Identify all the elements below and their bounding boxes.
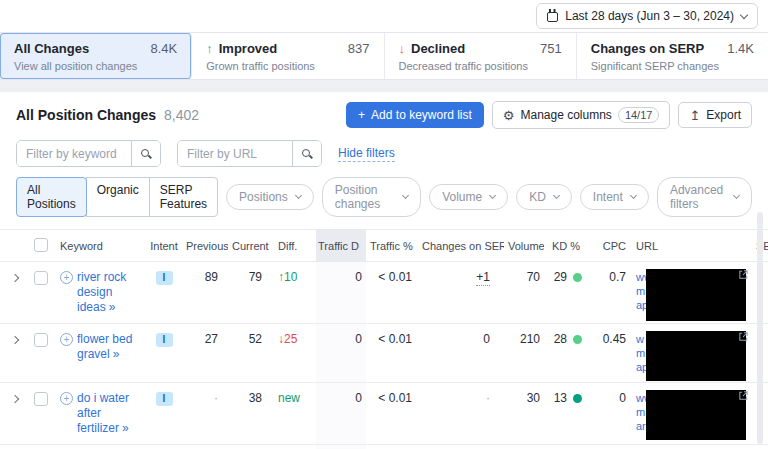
tab-all-changes[interactable]: All Changes 8.4K View all position chang… <box>0 33 192 79</box>
table-row: +flower bed gravel» I 27 52 ↓25 0 < 0.01… <box>0 324 768 383</box>
export-icon: ↥ <box>689 109 700 122</box>
volume-cell: 210 <box>504 324 544 383</box>
traffic-diff-cell: 0 <box>316 324 366 383</box>
tab-declined[interactable]: ↓ Declined 751 Decreased traffic positio… <box>385 33 577 79</box>
external-link-icon[interactable] <box>738 269 749 283</box>
keyword-filter-input[interactable] <box>17 141 131 166</box>
previous-cell: 27 <box>182 324 228 383</box>
tab-title: Changes on SERP <box>591 41 704 56</box>
add-keyword-icon[interactable]: + <box>60 333 73 346</box>
add-keyword-icon[interactable]: + <box>60 392 73 405</box>
header-keyword[interactable]: Keyword <box>56 230 146 262</box>
volume-dropdown[interactable]: Volume <box>429 184 508 210</box>
table-header-row: Keyword Intent Previous Current Diff. Tr… <box>0 230 768 262</box>
table-row: +do i water after fertilizer» I · 38 new… <box>0 383 768 445</box>
manage-columns-button[interactable]: ⚙ Manage columns 14/17 <box>492 101 671 129</box>
segment-serp-features[interactable]: SERP Features <box>149 177 218 217</box>
page-title: All Position Changes <box>16 107 156 123</box>
tab-subtitle: Grown traffic positions <box>206 60 369 72</box>
header-intent[interactable]: Intent <box>146 230 182 262</box>
section-divider <box>0 80 768 92</box>
segment-organic[interactable]: Organic <box>86 177 150 217</box>
row-checkbox[interactable] <box>34 271 48 285</box>
redaction-box <box>646 390 746 440</box>
cpc-cell: 0 <box>588 383 630 445</box>
row-checkbox[interactable] <box>34 392 48 406</box>
expand-row-icon[interactable] <box>11 274 19 282</box>
traffic-pct-cell: < 0.01 <box>366 324 416 383</box>
volume-cell: 30 <box>504 383 544 445</box>
keyword-search-button[interactable] <box>131 141 160 166</box>
arrow-down-icon: ↓ <box>399 41 406 56</box>
header-previous[interactable]: Previous <box>182 230 228 262</box>
chevron-down-icon <box>489 192 496 199</box>
kd-dot <box>573 394 582 403</box>
header-current[interactable]: Current <box>228 230 272 262</box>
positions-table: Keyword Intent Previous Current Diff. Tr… <box>0 229 768 449</box>
intent-dropdown[interactable]: Intent <box>580 184 649 210</box>
header-diff[interactable]: Diff. <box>272 230 316 262</box>
filter-inputs-row: Hide filters <box>0 130 768 175</box>
diff-value: ↑10 <box>278 270 297 284</box>
tab-improved[interactable]: ↑ Improved 837 Grown traffic positions <box>192 33 384 79</box>
keyword-filter-group <box>16 140 161 167</box>
add-keyword-icon[interactable]: + <box>60 271 73 284</box>
tab-changes-on-serp[interactable]: Changes on SERP 1.4K Significant SERP ch… <box>577 33 768 79</box>
diff-value: ↓25 <box>278 332 297 346</box>
keyword-link[interactable]: river rock design ideas» <box>77 270 142 315</box>
url-search-button[interactable] <box>292 141 321 166</box>
toolbar: All Position Changes 8,402 + Add to keyw… <box>0 92 768 130</box>
intent-badge: I <box>156 333 173 347</box>
export-button[interactable]: ↥ Export <box>678 102 752 128</box>
external-link-icon[interactable] <box>738 331 749 345</box>
traffic-diff-cell: 0 <box>316 445 366 449</box>
header-cpc[interactable]: CPC <box>588 230 630 262</box>
positions-dropdown[interactable]: Positions <box>226 184 314 210</box>
traffic-pct-cell: < 0.01 <box>366 445 416 449</box>
columns-count-badge: 14/17 <box>618 107 660 123</box>
top-bar: Last 28 days (Jun 3 – 30, 2024) <box>0 0 768 32</box>
kd-value: 29 <box>554 270 567 284</box>
serp-changes-value[interactable]: +1 <box>476 270 490 286</box>
vertical-scrollbar[interactable] <box>757 212 763 444</box>
expand-row-icon[interactable] <box>11 395 19 403</box>
add-to-keyword-list-button[interactable]: + Add to keyword list <box>346 102 484 128</box>
current-cell: 79 <box>228 262 272 324</box>
keyword-link[interactable]: flower bed gravel» <box>77 332 142 362</box>
header-changes-on-serp[interactable]: Changes on SERP <box>416 230 504 262</box>
tab-count: 751 <box>540 41 562 56</box>
header-kd[interactable]: KD % <box>544 230 588 262</box>
row-checkbox[interactable] <box>34 333 48 347</box>
tab-count: 1.4K <box>727 41 754 56</box>
header-traffic-pct[interactable]: Traffic % <box>366 230 416 262</box>
position-type-segment: All Positions Organic SERP Features <box>16 177 218 217</box>
tab-title: Improved <box>219 41 278 56</box>
kd-dropdown[interactable]: KD <box>516 184 572 210</box>
segment-all-positions[interactable]: All Positions <box>16 177 87 217</box>
previous-cell: · <box>182 383 228 445</box>
chevron-down-icon <box>740 10 748 18</box>
intent-badge: I <box>156 271 173 285</box>
tab-count: 8.4K <box>151 41 178 56</box>
header-url[interactable]: URL <box>630 230 752 262</box>
advanced-filters-dropdown[interactable]: Advanced filters <box>657 177 752 217</box>
keyword-link[interactable]: do i water after fertilizer» <box>77 391 142 436</box>
current-cell: 52 <box>228 324 272 383</box>
date-range-selector[interactable]: Last 28 days (Jun 3 – 30, 2024) <box>536 3 758 29</box>
header-volume[interactable]: Volume <box>504 230 544 262</box>
hide-filters-link[interactable]: Hide filters <box>338 146 395 162</box>
cpc-cell: 0.45 <box>588 324 630 383</box>
header-traffic-diff[interactable]: Traffic D <box>316 230 366 262</box>
url-filter-group <box>177 140 322 167</box>
more-icon: » <box>122 421 129 435</box>
current-cell: 38 <box>228 383 272 445</box>
select-all-checkbox[interactable] <box>34 238 48 252</box>
url-filter-input[interactable] <box>178 141 292 166</box>
volume-cell: 70 <box>504 445 544 449</box>
traffic-pct-cell: < 0.01 <box>366 262 416 324</box>
external-link-icon[interactable] <box>738 390 749 404</box>
date-range-label: Last 28 days (Jun 3 – 30, 2024) <box>565 9 734 23</box>
position-changes-dropdown[interactable]: Position changes <box>322 177 421 217</box>
expand-row-icon[interactable] <box>11 336 19 344</box>
traffic-diff-cell: 0 <box>316 383 366 445</box>
